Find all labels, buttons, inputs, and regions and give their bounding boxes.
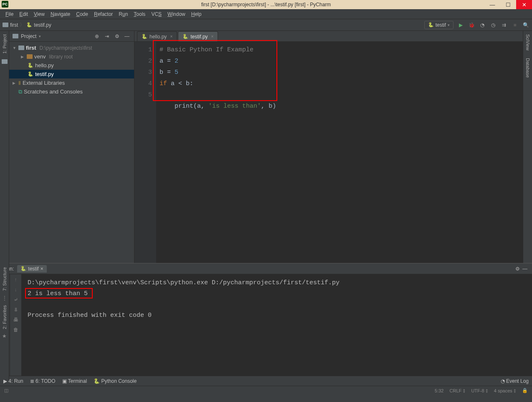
profile-button[interactable]: ◷ — [489, 21, 497, 29]
line-number: 4 — [134, 78, 152, 89]
expand-arrow-icon[interactable]: ▶ — [21, 55, 25, 59]
expand-arrow-icon[interactable]: ▼ — [13, 46, 17, 50]
tab-label: hello.py — [149, 34, 167, 40]
scroll-icon[interactable]: ⥥ — [14, 307, 18, 313]
print-icon[interactable]: 🖶 — [13, 317, 18, 323]
code-token: a — [171, 80, 175, 87]
line-number-gutter: 1 2 3 4 5 — [134, 42, 156, 263]
close-tab-icon[interactable]: × — [41, 266, 43, 272]
close-button[interactable]: ✕ — [516, 0, 532, 9]
tool-favorites-tab[interactable]: 2: Favorites — [2, 303, 7, 331]
code-token: : — [190, 80, 193, 87]
attach-button[interactable]: ⇉ — [500, 21, 508, 29]
gear-icon[interactable]: ⚙ — [514, 265, 521, 273]
chevron-down-icon: ▾ — [448, 23, 450, 27]
arrow-up-icon[interactable]: ↑ — [15, 277, 17, 283]
code-lines[interactable]: # Basic Python If Example a = 2 b = 5 if… — [156, 42, 523, 263]
menu-refactor[interactable]: Refactor — [91, 10, 116, 18]
code-token: , — [201, 103, 208, 110]
minimize-button[interactable]: — — [484, 0, 500, 9]
tool-project-tab[interactable]: 1: Project — [2, 33, 7, 55]
coverage-button[interactable]: ◔ — [479, 21, 486, 29]
menu-file[interactable]: File — [3, 10, 16, 18]
tree-file-testif[interactable]: testif.py — [9, 70, 134, 78]
status-encoding[interactable]: UTF-8 ‡ — [471, 388, 488, 393]
event-log-button[interactable]: ◔ Event Log — [501, 378, 529, 384]
project-tree: ▼ first D:\pycharmprojects\first ▶ venv … — [9, 42, 134, 98]
menu-tools[interactable]: Tools — [131, 10, 148, 18]
tree-file-hello[interactable]: hello.py — [9, 61, 134, 70]
tool-structure-tab[interactable]: 7: Structure — [2, 265, 7, 293]
editor-area: hello.py × testif.py × 1 2 3 4 5 # Basic… — [134, 31, 523, 263]
python-file-icon — [28, 63, 33, 68]
editor-tab-hello[interactable]: hello.py × — [137, 31, 177, 41]
console-output[interactable]: D:\pycharmprojects\first\venv\Scripts\py… — [22, 274, 532, 376]
folder-icon — [18, 46, 24, 50]
tree-external[interactable]: ▶ ⫴ External Libraries — [9, 78, 134, 87]
left-bottom-strip: 7: Structure ⋮ 2: Favorites ★ — [0, 263, 9, 380]
tree-scratches[interactable]: ⧉ Scratches and Consoles — [9, 87, 134, 96]
menu-window[interactable]: Window — [165, 10, 188, 18]
tree-external-label: External Libraries — [23, 80, 65, 86]
maximize-button[interactable]: ☐ — [500, 0, 516, 9]
console-output-line: 2 is less than 5 — [28, 290, 88, 297]
search-everywhere-icon[interactable]: 🔍 — [522, 21, 529, 29]
todo-tool-button[interactable]: ≣ 6: TODO — [30, 378, 56, 384]
status-caret-pos[interactable]: 5:32 — [435, 388, 443, 393]
line-number: 3 — [134, 67, 152, 78]
run-panel-header: Run: testif × ⚙ — — [0, 263, 532, 274]
arrow-down-icon[interactable]: ↓ — [15, 287, 17, 293]
editor-tab-testif[interactable]: testif.py × — [178, 31, 218, 41]
folder-icon[interactable] — [2, 59, 8, 64]
status-window-icon[interactable]: ◫ — [4, 388, 8, 393]
tab-label: testif.py — [190, 34, 208, 40]
code-token: print — [175, 103, 193, 110]
code-token: ) — [272, 103, 276, 110]
run-config-select[interactable]: testif ▾ — [424, 21, 453, 29]
locate-icon[interactable]: ⊕ — [93, 33, 101, 40]
run-panel: Run: testif × ⚙ — ▶ ■ ⏸ ⏏ 📌 ↑ ↓ ⤶ ⥥ 🖶 🗑 … — [0, 263, 532, 376]
expand-arrow-icon[interactable]: ▶ — [13, 81, 17, 85]
wrap-icon[interactable]: ⤶ — [14, 297, 18, 303]
folder-icon — [13, 34, 18, 38]
status-lock-icon[interactable]: 🔒 — [522, 388, 528, 393]
close-tab-icon[interactable]: × — [170, 34, 172, 39]
hide-icon[interactable]: — — [123, 33, 131, 40]
code-comment: # Basic Python If Example — [160, 46, 253, 53]
terminal-tool-button[interactable]: ▣ Terminal — [62, 378, 87, 384]
status-line-sep[interactable]: CRLF ‡ — [450, 388, 466, 393]
trash-icon[interactable]: 🗑 — [13, 327, 18, 333]
menu-help[interactable]: Help — [188, 10, 205, 18]
debug-button[interactable]: 🐞 — [468, 21, 475, 29]
menu-run[interactable]: Run — [116, 10, 131, 18]
gear-icon[interactable]: ⚙ — [113, 33, 121, 40]
tree-venv[interactable]: ▶ venv library root — [9, 52, 134, 61]
run-button[interactable]: ▶ — [457, 21, 464, 29]
tree-root-path: D:\pycharmprojects\first — [40, 45, 92, 51]
python-console-tool-button[interactable]: 🐍 Python Console — [94, 378, 137, 384]
stop-button[interactable]: ■ — [511, 21, 519, 29]
tree-venv-hint: library root — [49, 54, 73, 60]
title-bar: PC first [D:\pycharmprojects\first] - ..… — [0, 0, 532, 9]
status-bar: ◫ 5:32 CRLF ‡ UTF-8 ‡ 4 spaces ‡ 🔒 — [0, 386, 532, 395]
tool-database-tab[interactable]: Database — [525, 56, 530, 79]
chevron-down-icon[interactable]: ▾ — [39, 34, 41, 38]
menu-navigate[interactable]: Navigate — [48, 10, 73, 18]
tree-root[interactable]: ▼ first D:\pycharmprojects\first — [9, 43, 134, 52]
breadcrumb-sep: 〉 — [20, 21, 25, 28]
menu-vcs[interactable]: VCS — [148, 10, 165, 18]
collapse-icon[interactable]: ⇥ — [103, 33, 111, 40]
menu-code[interactable]: Code — [73, 10, 91, 18]
run-tab[interactable]: testif × — [17, 265, 46, 273]
hide-icon[interactable]: — — [521, 265, 529, 273]
tool-sciview-tab[interactable]: SciView — [525, 33, 530, 52]
close-tab-icon[interactable]: × — [211, 34, 214, 39]
breadcrumb-file[interactable]: testif.py — [34, 22, 51, 28]
breadcrumb-folder[interactable]: first — [10, 22, 18, 28]
tree-venv-name: venv — [34, 53, 46, 60]
menu-view[interactable]: View — [31, 10, 48, 18]
code-editor[interactable]: 1 2 3 4 5 # Basic Python If Example a = … — [134, 42, 523, 263]
status-indent[interactable]: 4 spaces ‡ — [494, 388, 516, 393]
menu-edit[interactable]: Edit — [16, 10, 31, 18]
bottom-tool-bar: ▶ 4: Run ≣ 6: TODO ▣ Terminal 🐍 Python C… — [0, 376, 532, 386]
